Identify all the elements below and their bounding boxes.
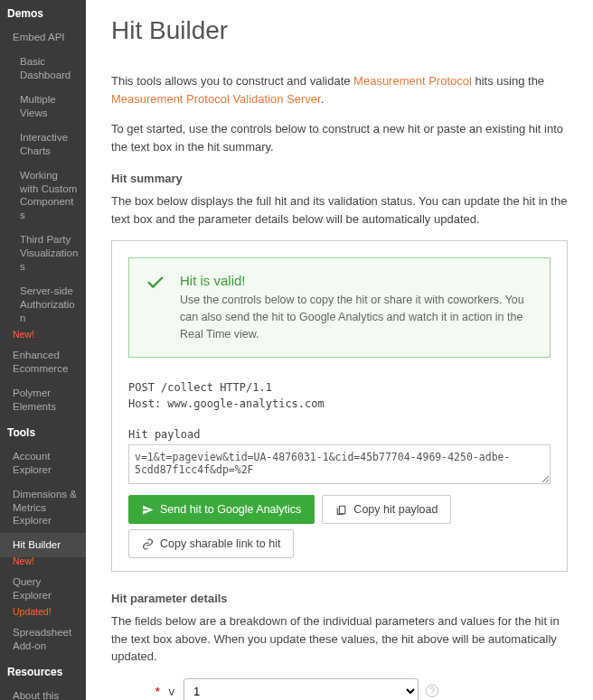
button-row-2: Copy sharable link to hit: [112, 524, 567, 558]
link-measurement-protocol[interactable]: Measurement Protocol: [353, 74, 472, 88]
param-select-v[interactable]: 1: [184, 678, 419, 700]
hit-summary-text: The box below displays the full hit and …: [111, 192, 568, 228]
hit-payload-label: Hit payload: [112, 415, 567, 444]
validation-title: Hit is valid!: [180, 273, 533, 288]
copy-link-button[interactable]: Copy sharable link to hit: [128, 529, 294, 558]
sidebar-item[interactable]: Interactive Charts: [0, 126, 86, 163]
clipboard-icon: [335, 504, 347, 516]
hit-summary-heading: Hit summary: [111, 172, 568, 185]
param-row-v: * v 1 ?: [111, 678, 568, 700]
sidebar-badge: New!: [0, 555, 86, 566]
sidebar-item[interactable]: About this Site: [0, 684, 86, 700]
button-row-1: Send hit to Google Analytics Copy hit pa…: [112, 484, 567, 524]
sidebar-item[interactable]: Basic Dashboard: [0, 50, 86, 88]
sidebar-item[interactable]: Third Party Visualizations: [0, 228, 86, 279]
hit-payload-textarea[interactable]: [128, 444, 551, 484]
sidebar-item[interactable]: Working with Custom Components: [0, 163, 86, 229]
check-icon: [146, 273, 165, 293]
page-title: Hit Builder: [111, 16, 568, 45]
copy-payload-button[interactable]: Copy hit payload: [322, 495, 451, 524]
send-icon: [142, 504, 154, 516]
sidebar-item[interactable]: Multiple Views: [0, 88, 86, 126]
link-validation-server[interactable]: Measurement Protocol Validation Server: [111, 92, 321, 106]
validation-desc: Use the controls below to copy the hit o…: [180, 292, 533, 342]
sidebar-badge: New!: [0, 329, 86, 340]
sidebar: DemosEmbed APIBasic DashboardMultiple Vi…: [0, 0, 86, 700]
send-hit-button[interactable]: Send hit to Google Analytics: [128, 495, 315, 524]
intro-paragraph-1: This tools allows you to construct and v…: [111, 72, 568, 107]
main-content: Hit Builder This tools allows you to con…: [86, 0, 593, 700]
svg-rect-0: [340, 506, 346, 514]
validation-result: Hit is valid! Use the controls below to …: [128, 257, 551, 358]
sidebar-item[interactable]: Hit Builder: [0, 533, 86, 557]
param-label-v: v: [169, 685, 175, 698]
hit-parameters-text: The fields below are a breakdown of the …: [111, 612, 568, 666]
http-request-block: POST /collect HTTP/1.1 Host: www.google-…: [112, 370, 567, 415]
hit-parameters-heading: Hit parameter details: [111, 592, 568, 605]
hit-box: Hit is valid! Use the controls below to …: [111, 240, 568, 572]
sidebar-item[interactable]: Embed API: [0, 25, 86, 50]
sidebar-badge: Updated!: [0, 606, 86, 617]
sidebar-item[interactable]: Enhanced Ecommerce: [0, 343, 86, 381]
sidebar-item[interactable]: Dimensions & Metrics Explorer: [0, 482, 86, 534]
sidebar-item[interactable]: Server-side Authorization: [0, 279, 86, 331]
sidebar-item[interactable]: Polymer Elements: [0, 381, 86, 419]
sidebar-section-title: Resources: [0, 658, 86, 684]
required-asterisk: *: [155, 685, 160, 698]
sidebar-item[interactable]: Account Explorer: [0, 444, 86, 482]
link-icon: [142, 538, 154, 550]
sidebar-section-title: Demos: [0, 0, 86, 25]
sidebar-item[interactable]: Query Explorer: [0, 570, 86, 608]
intro-paragraph-2: To get started, use the controls below t…: [111, 120, 568, 155]
sidebar-item[interactable]: Spreadsheet Add-on: [0, 621, 86, 658]
param-hint-v[interactable]: ?: [426, 685, 438, 697]
sidebar-section-title: Tools: [0, 419, 86, 444]
